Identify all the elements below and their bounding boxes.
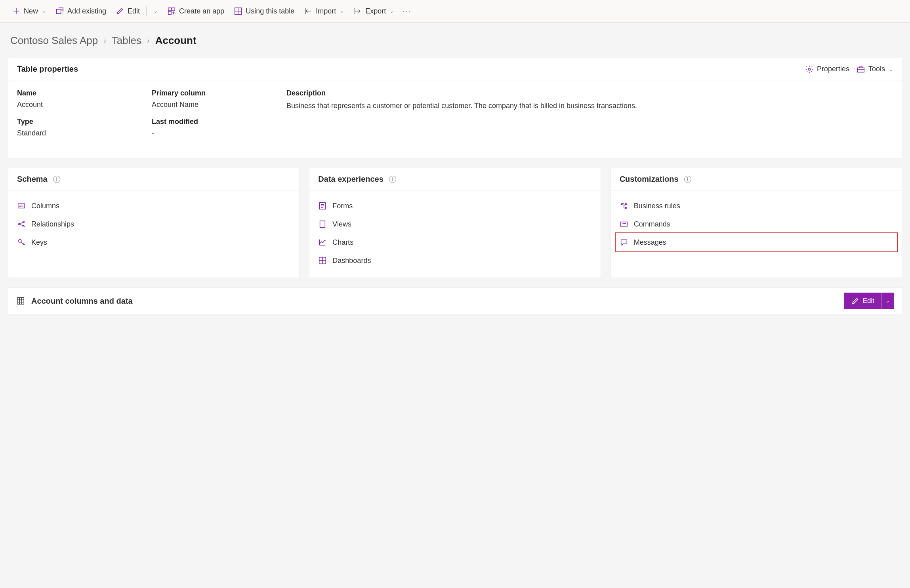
- chevron-right-icon: ›: [147, 36, 150, 45]
- messages-icon: [620, 238, 628, 247]
- table-icon: [234, 7, 242, 15]
- add-existing-icon: [55, 7, 64, 15]
- props-col-1: Name Account Type Standard: [17, 89, 144, 146]
- nav-messages[interactable]: Messages: [616, 233, 897, 251]
- modified-label: Last modified: [152, 118, 279, 126]
- properties-button[interactable]: Properties: [805, 65, 849, 74]
- bottom-edit-button[interactable]: Edit: [844, 293, 881, 309]
- breadcrumb-tables[interactable]: Tables: [112, 34, 141, 47]
- forms-icon: [318, 202, 327, 210]
- app-grid-icon: [167, 7, 176, 15]
- command-bar: New ⌄ Add existing Edit ⌄ Create an app …: [0, 0, 910, 23]
- customizations-card: Customizations i Business rules Commands…: [610, 168, 902, 278]
- nav-charts-label: Charts: [332, 238, 353, 247]
- svg-rect-19: [620, 222, 627, 226]
- import-label: Import: [316, 7, 336, 15]
- bottom-edit-dropdown[interactable]: ⌄: [881, 293, 894, 309]
- nav-business-rules[interactable]: Business rules: [616, 197, 897, 215]
- chevron-down-icon: ⌄: [390, 8, 394, 14]
- bottom-edit-label: Edit: [863, 297, 874, 305]
- custom-body: Business rules Commands Messages: [611, 190, 902, 259]
- columns-data-left: Account columns and data: [16, 297, 133, 306]
- edit-dropdown-button[interactable]: ⌄: [149, 6, 162, 16]
- svg-text:Abc: Abc: [19, 205, 24, 207]
- edit-button-group: Edit ⌄: [844, 293, 894, 309]
- desc-value: Business that represents a customer or p…: [286, 101, 893, 111]
- custom-title: Customizations: [620, 175, 679, 184]
- info-icon[interactable]: i: [53, 176, 60, 183]
- schema-card: Schema i Abc Columns Relationships Keys: [8, 168, 300, 278]
- svg-point-11: [23, 226, 25, 227]
- data-exp-header: Data experiences i: [309, 168, 600, 190]
- relationships-icon: [17, 220, 26, 228]
- modified-value: -: [152, 129, 279, 137]
- svg-point-10: [23, 221, 25, 223]
- edit-button[interactable]: Edit: [112, 4, 144, 18]
- chevron-down-icon: ⌄: [889, 67, 893, 72]
- columns-data-card: Account columns and data Edit ⌄: [8, 287, 902, 314]
- gear-icon: [805, 65, 814, 74]
- name-label: Name: [17, 89, 144, 97]
- info-icon[interactable]: i: [684, 176, 691, 183]
- nav-charts[interactable]: Charts: [314, 233, 595, 251]
- tools-button[interactable]: Tools ⌄: [857, 65, 893, 74]
- plus-icon: [12, 7, 21, 15]
- nav-forms[interactable]: Forms: [314, 197, 595, 215]
- import-button[interactable]: Import ⌄: [300, 4, 348, 18]
- pencil-icon: [851, 297, 860, 305]
- nav-dashboards[interactable]: Dashboards: [314, 251, 595, 270]
- pencil-icon: [116, 7, 124, 15]
- card-actions: Properties Tools ⌄: [805, 65, 893, 74]
- toolbox-icon: [857, 65, 865, 74]
- properties-body: Name Account Type Standard Primary colum…: [8, 80, 902, 158]
- type-value: Standard: [17, 129, 144, 137]
- nav-commands[interactable]: Commands: [616, 215, 897, 233]
- using-table-button[interactable]: Using this table: [230, 4, 298, 18]
- nav-keys-label: Keys: [31, 238, 47, 247]
- nav-commands-label: Commands: [634, 220, 670, 228]
- svg-rect-2: [172, 8, 175, 11]
- new-button[interactable]: New ⌄: [8, 4, 50, 18]
- nav-columns-label: Columns: [31, 202, 59, 210]
- svg-point-16: [621, 203, 622, 205]
- tools-label: Tools: [868, 65, 885, 73]
- schema-header: Schema i: [8, 168, 299, 190]
- svg-rect-1: [168, 8, 171, 11]
- export-label: Export: [365, 7, 386, 15]
- desc-label: Description: [286, 89, 893, 97]
- primary-label: Primary column: [152, 89, 279, 97]
- grid-icon: [16, 297, 25, 305]
- svg-point-5: [808, 68, 811, 70]
- export-button[interactable]: Export ⌄: [349, 4, 398, 18]
- svg-rect-3: [168, 11, 171, 14]
- svg-point-20: [622, 223, 622, 224]
- chevron-right-icon: ›: [103, 36, 106, 45]
- schema-title: Schema: [17, 175, 48, 184]
- breadcrumb-current: Account: [155, 34, 196, 47]
- nav-relationships-label: Relationships: [31, 220, 74, 228]
- new-label: New: [24, 7, 38, 15]
- views-icon: [318, 220, 327, 228]
- nav-relationships[interactable]: Relationships: [13, 215, 294, 233]
- name-value: Account: [17, 101, 144, 109]
- svg-rect-14: [320, 221, 325, 228]
- info-icon[interactable]: i: [389, 176, 396, 183]
- more-button[interactable]: ···: [399, 5, 415, 17]
- breadcrumb: Contoso Sales App › Tables › Account: [8, 34, 902, 47]
- nav-keys[interactable]: Keys: [13, 233, 294, 251]
- data-experiences-card: Data experiences i Forms Views Charts: [309, 168, 601, 278]
- page-content: Contoso Sales App › Tables › Account Tab…: [0, 23, 910, 314]
- nav-views[interactable]: Views: [314, 215, 595, 233]
- add-existing-button[interactable]: Add existing: [52, 4, 110, 18]
- nav-columns[interactable]: Abc Columns: [13, 197, 294, 215]
- export-icon: [353, 7, 362, 15]
- create-app-button[interactable]: Create an app: [163, 4, 228, 18]
- svg-rect-17: [625, 203, 627, 205]
- dashboards-icon: [318, 256, 327, 265]
- type-label: Type: [17, 118, 144, 126]
- schema-body: Abc Columns Relationships Keys: [8, 190, 299, 259]
- keys-icon: [17, 238, 26, 247]
- columns-icon: Abc: [17, 202, 26, 210]
- edit-label: Edit: [128, 7, 140, 15]
- breadcrumb-root[interactable]: Contoso Sales App: [10, 34, 98, 47]
